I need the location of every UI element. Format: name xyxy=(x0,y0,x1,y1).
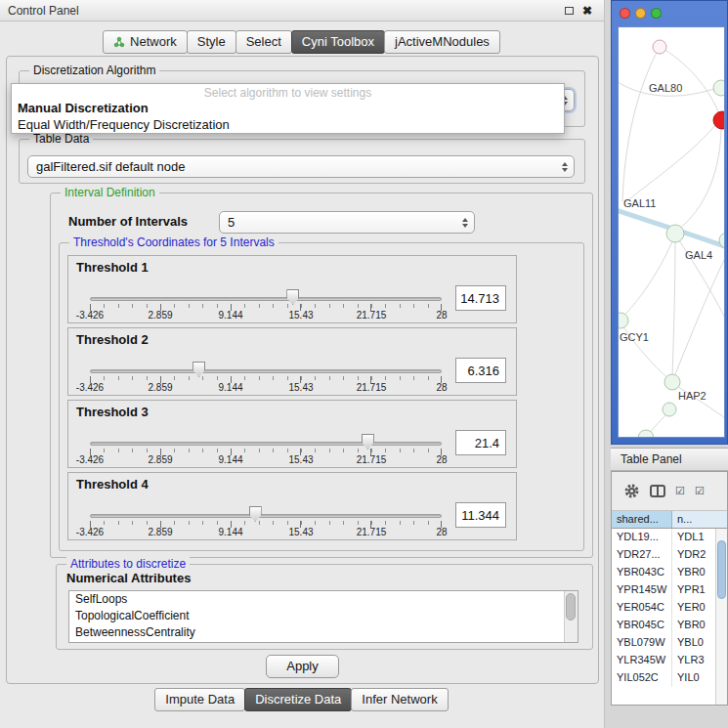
slider-thumb[interactable] xyxy=(249,506,262,522)
slider-thumb[interactable] xyxy=(193,362,205,377)
network-canvas[interactable]: GAL80GAL11GAL4GCY1HAP2 xyxy=(618,26,725,438)
cell-shared-name[interactable]: YIL052C xyxy=(612,669,672,687)
threshold-slider[interactable]: -3.4262.8599.14415.4321.71528 xyxy=(90,508,442,539)
column-header-shared-name[interactable]: shared... xyxy=(612,511,672,528)
threshold-slider[interactable]: -3.4262.8599.14415.4321.71528 xyxy=(90,364,442,395)
attributes-list-scrollbar[interactable] xyxy=(564,591,578,642)
slider-track[interactable] xyxy=(90,442,442,446)
cell-shared-name[interactable]: YBR045C xyxy=(612,617,672,634)
attribute-list-item[interactable]: SelfLoops xyxy=(69,591,578,608)
table-row[interactable]: YER054CYER0 xyxy=(612,599,715,617)
tab-jactivemnodules[interactable]: jActiveMNodules xyxy=(384,30,500,54)
table-row[interactable]: YLR345WYLR3 xyxy=(612,652,715,669)
gear-icon[interactable] xyxy=(623,483,640,499)
table-row[interactable]: YIL052CYIL0 xyxy=(612,669,715,687)
tab-network[interactable]: Network xyxy=(103,30,188,54)
network-node[interactable] xyxy=(713,111,725,129)
tab-impute-data[interactable]: Impute Data xyxy=(154,688,245,711)
cell-name[interactable]: YER0 xyxy=(672,599,715,617)
tab-infer-network[interactable]: Infer Network xyxy=(351,688,448,711)
top-tab-bar: NetworkStyleSelectCyni ToolboxjActiveMNo… xyxy=(0,30,604,54)
network-view-window: GAL80GAL11GAL4GCY1HAP2 xyxy=(611,0,728,445)
number-of-intervals-label: Number of Intervals xyxy=(68,214,188,229)
table-panel-titlebar: Table Panel xyxy=(611,448,728,471)
close-icon[interactable]: ✖ xyxy=(582,5,592,17)
threshold-panel: Threshold 2 6.316 -3.4262.8599.14415.432… xyxy=(67,327,517,396)
slider-thumb[interactable] xyxy=(286,289,299,305)
cell-name[interactable]: YBR0 xyxy=(672,617,715,634)
scale-label: 2.859 xyxy=(148,527,172,537)
scrollbar-thumb[interactable] xyxy=(566,593,576,621)
cell-shared-name[interactable]: YBL079W xyxy=(612,634,672,652)
thresholds-group-title: Threshold's Coordinates for 5 Intervals xyxy=(69,236,278,249)
float-window-icon[interactable] xyxy=(565,7,574,15)
algorithm-option-manual-discretization[interactable]: Manual Discretization xyxy=(12,100,564,116)
slider-track[interactable] xyxy=(90,297,442,301)
table-row[interactable]: YBR043CYBR0 xyxy=(612,564,715,581)
table-row[interactable]: YPR145WYPR1 xyxy=(612,581,715,599)
attribute-list-item[interactable]: TopologicalCoefficient xyxy=(69,608,578,624)
cell-shared-name[interactable]: YDR27... xyxy=(612,546,672,564)
threshold-value-field[interactable]: 21.4 xyxy=(455,430,506,455)
scrollbar-thumb[interactable] xyxy=(717,540,726,599)
number-of-intervals-combo[interactable]: 5 xyxy=(219,211,475,234)
scale-label: 21.715 xyxy=(357,310,387,321)
scale-label: -3.426 xyxy=(76,527,104,537)
threshold-slider[interactable]: -3.4262.8599.14415.4321.71528 xyxy=(90,291,442,322)
cell-name[interactable]: YDL1 xyxy=(672,529,715,546)
cell-name[interactable]: YBR0 xyxy=(672,564,715,581)
network-node[interactable] xyxy=(663,403,676,416)
numerical-attributes-label: Numerical Attributes xyxy=(66,571,191,585)
scale-label: 15.43 xyxy=(288,382,313,393)
threshold-value-field[interactable]: 14.713 xyxy=(455,285,506,311)
threshold-value-field[interactable]: 6.316 xyxy=(455,358,506,383)
zoom-traffic-icon[interactable] xyxy=(651,8,662,19)
tab-label: Discretize Data xyxy=(255,692,341,707)
cell-name[interactable]: YPR1 xyxy=(672,581,715,599)
columns-icon[interactable] xyxy=(650,485,665,497)
network-node[interactable] xyxy=(619,313,628,328)
tab-discretize-data[interactable]: Discretize Data xyxy=(244,688,352,711)
cell-name[interactable]: YDR2 xyxy=(672,546,715,564)
attribute-list-item[interactable]: BetweennessCentrality xyxy=(69,624,578,641)
column-header-name[interactable]: n... xyxy=(672,511,727,528)
table-row[interactable]: YDR27...YDR2 xyxy=(612,546,715,564)
tab-style[interactable]: Style xyxy=(187,30,236,54)
threshold-label: Threshold 2 xyxy=(76,332,149,347)
cell-name[interactable]: YLR3 xyxy=(672,652,715,669)
cell-shared-name[interactable]: YLR345W xyxy=(612,652,672,669)
threshold-slider[interactable]: -3.4262.8599.14415.4321.71528 xyxy=(90,436,442,467)
cell-name[interactable]: YIL0 xyxy=(672,669,715,687)
cell-shared-name[interactable]: YBR043C xyxy=(612,564,672,581)
table-row[interactable]: YBR045CYBR0 xyxy=(612,617,715,634)
network-node[interactable] xyxy=(664,374,680,390)
slider-track[interactable] xyxy=(90,514,442,518)
network-node[interactable] xyxy=(713,80,725,96)
close-traffic-icon[interactable] xyxy=(620,8,630,19)
combo-stepper-icon xyxy=(562,156,568,177)
select-all-icon[interactable]: ☑ xyxy=(675,486,685,496)
minimize-traffic-icon[interactable] xyxy=(635,8,646,19)
slider-scale: -3.4262.8599.14415.4321.71528 xyxy=(90,310,442,321)
numerical-attributes-list[interactable]: SelfLoopsTopologicalCoefficientBetweenne… xyxy=(68,590,578,643)
network-node[interactable] xyxy=(666,225,684,242)
tab-select[interactable]: Select xyxy=(236,30,292,54)
node-label: GAL11 xyxy=(623,197,656,209)
deselect-all-icon[interactable]: ☑ xyxy=(695,486,705,496)
tab-cyni-toolbox[interactable]: Cyni Toolbox xyxy=(291,30,385,54)
table-scrollbar[interactable] xyxy=(715,529,727,705)
cyni-toolbox-panel: Discretization Algorithm Select algorith… xyxy=(6,56,599,684)
slider-thumb[interactable] xyxy=(362,434,374,450)
cell-shared-name[interactable]: YER054C xyxy=(612,599,672,617)
cell-name[interactable]: YBL0 xyxy=(672,634,715,652)
threshold-value-field[interactable]: 11.344 xyxy=(455,502,506,528)
slider-track[interactable] xyxy=(90,369,442,373)
cell-shared-name[interactable]: YPR145W xyxy=(612,581,672,599)
table-row[interactable]: YDL19...YDL1 xyxy=(612,529,715,546)
table-data-combo[interactable]: galFiltered.sif default node xyxy=(27,155,575,178)
algorithm-option-equal-width-frequency[interactable]: Equal Width/Frequency Discretization xyxy=(12,116,564,133)
cell-shared-name[interactable]: YDL19... xyxy=(612,529,672,546)
table-row[interactable]: YBL079WYBL0 xyxy=(612,634,715,652)
apply-button[interactable]: Apply xyxy=(266,655,339,678)
network-node[interactable] xyxy=(653,40,666,54)
